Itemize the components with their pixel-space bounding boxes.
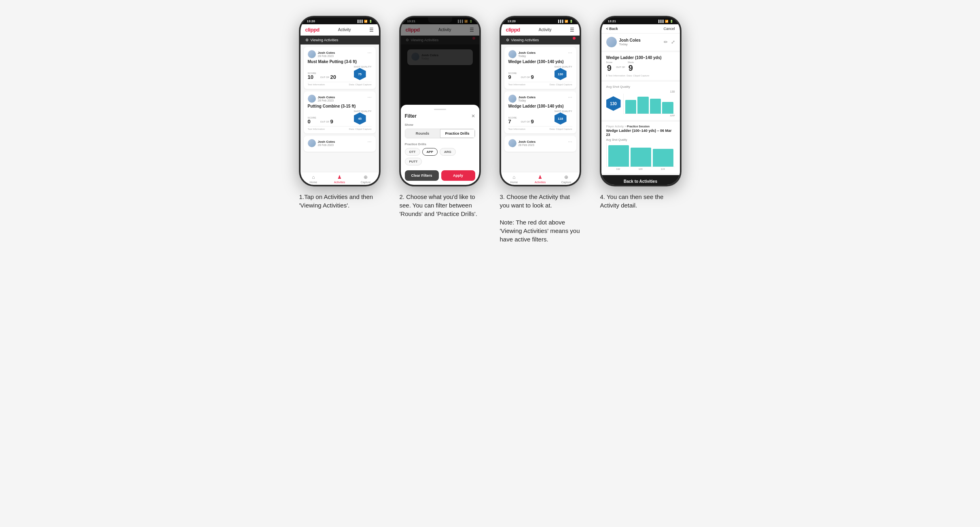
app-logo-3: clippd xyxy=(506,27,520,33)
wifi-icon-4: 📶 xyxy=(665,20,669,23)
avg-quality-section: Avg Shot Quality 130 130 APP xyxy=(601,82,680,120)
info-text1: Test Information xyxy=(608,74,626,77)
card-dots-1-2[interactable]: ··· xyxy=(367,139,371,144)
detail-user-date: Today xyxy=(619,42,641,46)
nav-activities-label-1: Activities xyxy=(334,181,345,184)
quality-badge-1-0: 75 xyxy=(354,68,366,80)
card-title-3-0: Wedge Ladder (100–140 yds) xyxy=(508,59,572,64)
detail-header: < Back Cancel xyxy=(601,24,680,34)
nav-home-label-3: Home xyxy=(510,181,518,184)
activity-card-1-0[interactable]: Josh Coles 28 Feb 2023 ··· Must Make Put… xyxy=(304,47,376,89)
detail-shots-val: 9 xyxy=(629,63,633,73)
filter-close-btn[interactable]: ✕ xyxy=(471,113,475,119)
expand-icon[interactable]: ⤢ xyxy=(671,39,675,45)
phone-content-1: Josh Coles 28 Feb 2023 ··· Must Make Put… xyxy=(301,44,379,172)
red-dot-3 xyxy=(573,37,576,40)
detail-content: Josh Coles Today ✏ ⤢ Wedge Ladder (100–1… xyxy=(601,34,680,185)
back-to-activities-btn[interactable]: Back to Activities xyxy=(601,175,680,185)
card-avatar-row-1-0: Josh Coles 28 Feb 2023 xyxy=(308,50,335,58)
edit-icon[interactable]: ✏ xyxy=(664,39,668,45)
phone-3: 13:20 ▐▐▐ 📶 🔋 clippd Activity ☰ ⚙ Viewin… xyxy=(500,16,581,186)
nav-activities-3[interactable]: ♟ Activities xyxy=(527,172,553,185)
toggle-practice-drills[interactable]: Practice Drills xyxy=(440,129,475,138)
status-icons-4: ▐▐▐ 📶 🔋 xyxy=(658,20,673,23)
card-title-1-1: Putting Combine (3-15 ft) xyxy=(308,104,372,108)
detail-score-val: 9 xyxy=(607,63,612,73)
battery-icon-4: 🔋 xyxy=(670,20,673,23)
bar-3 xyxy=(650,99,661,114)
cancel-button[interactable]: Cancel xyxy=(663,27,675,31)
practice-session-section: Player Activity > Practice Session Wedge… xyxy=(601,122,680,174)
nav-capture-1[interactable]: ⊕ Capture xyxy=(353,172,379,185)
card-footer-3-0: Test Information Data: Clippd Capture xyxy=(508,82,572,86)
pill-app[interactable]: APP xyxy=(422,148,438,156)
card-header-1-2: Josh Coles 28 Feb 2023 ··· xyxy=(308,139,372,147)
avatar-1-2 xyxy=(308,139,316,147)
nav-capture-3[interactable]: ⊕ Capture xyxy=(553,172,580,185)
card-dots-1-1[interactable]: ··· xyxy=(367,95,371,99)
nav-home-3[interactable]: ⌂ Home xyxy=(501,172,527,185)
clear-filters-btn[interactable]: Clear Filters xyxy=(405,170,439,181)
menu-icon-1[interactable]: ☰ xyxy=(369,27,374,33)
card-user-info-1-1: Josh Coles 28 Feb 2023 xyxy=(318,95,335,102)
nav-home-1[interactable]: ⌂ Home xyxy=(301,172,327,185)
pill-ott[interactable]: OTT xyxy=(405,148,420,156)
card-dots-3-0[interactable]: ··· xyxy=(568,50,572,55)
shots-val-1-0: 20 xyxy=(330,74,336,80)
pill-arg[interactable]: ARG xyxy=(440,148,456,156)
phone-2-col: 13:21 ▐▐▐ 📶 🔋 clippd Activity ☰ ⚙ Viewin… xyxy=(396,16,485,218)
apply-btn[interactable]: Apply xyxy=(441,170,475,181)
card-footer-3-1: Test Information Data: Clippd Capture xyxy=(508,126,572,130)
quality-label-1-0: Shot Quality xyxy=(354,66,372,68)
menu-icon-3[interactable]: ☰ xyxy=(570,27,574,33)
avatar-3-1 xyxy=(508,95,516,103)
hexagon-chart: 130 xyxy=(606,96,621,111)
nav-activities-label-3: Activities xyxy=(535,181,546,184)
drill-bar-2 xyxy=(631,148,651,167)
status-time-1: 13:20 xyxy=(307,19,315,23)
card-dots-3-2[interactable]: ··· xyxy=(568,139,572,144)
footer-left-3-1: Test Information xyxy=(508,128,526,130)
quality-badge-3-0: 130 xyxy=(555,68,567,80)
back-button[interactable]: < Back xyxy=(606,27,618,31)
activity-card-3-0[interactable]: Josh Coles Today ··· Wedge Ladder (100–1… xyxy=(504,47,576,89)
shots-val-3-1: 9 xyxy=(531,119,533,125)
battery-icon: 🔋 xyxy=(369,20,373,23)
filter-pill-row: OTT APP ARG PUTT xyxy=(405,148,475,165)
card-dots-3-1[interactable]: ··· xyxy=(568,95,572,99)
drill-detail-title: Wedge Ladder (100–140 yds) – 06 Mar 23 xyxy=(606,129,675,137)
filter-drag-handle[interactable] xyxy=(434,109,446,110)
card-header-3-0: Josh Coles Today ··· xyxy=(508,50,572,58)
score-val-3-0: 9 xyxy=(508,74,517,80)
outof-1-1: OUT OF 9 xyxy=(320,119,333,125)
outof-1-0: OUT OF 20 xyxy=(320,74,336,80)
pill-putt[interactable]: PUTT xyxy=(405,158,422,165)
filter-icon-3: ⚙ xyxy=(506,38,509,42)
toggle-rounds[interactable]: Rounds xyxy=(405,129,440,138)
card-dots-1-0[interactable]: ··· xyxy=(367,50,371,55)
detail-outof-label: OUT OF xyxy=(616,66,625,68)
viewing-bar-3[interactable]: ⚙ Viewing Activities xyxy=(501,36,580,44)
activity-card-3-1[interactable]: Josh Coles Today ··· Wedge Ladder (100–1… xyxy=(504,91,576,133)
signal-icon: ▐▐▐ xyxy=(357,20,363,23)
activity-card-1-1[interactable]: Josh Coles 28 Feb 2023 ··· Putting Combi… xyxy=(304,91,376,133)
bar-4 xyxy=(662,102,673,114)
detail-user-left: Josh Coles Today xyxy=(606,37,641,47)
bar-val-2: 129 xyxy=(630,168,651,170)
activity-card-3-2[interactable]: Josh Coles 28 Feb 2023 ··· xyxy=(504,136,576,152)
bar-2 xyxy=(637,97,649,114)
card-footer-1-1: Test Information Data: Clippd Capture xyxy=(308,126,372,130)
filter-icon-1: ⚙ xyxy=(305,38,309,42)
shots-val-3-0: 9 xyxy=(531,74,533,80)
card-user-info-1-2: Josh Coles 28 Feb 2023 xyxy=(318,140,335,146)
avatar-3-0 xyxy=(508,50,516,58)
avatar-1-0 xyxy=(308,50,316,58)
nav-activities-1[interactable]: ♟ Activities xyxy=(326,172,353,185)
card-header-1-0: Josh Coles 28 Feb 2023 ··· xyxy=(308,50,372,58)
score-val-1-0: 10 xyxy=(308,74,316,80)
viewing-bar-1[interactable]: ⚙ Viewing Activities xyxy=(301,36,379,44)
outof-text-3-1: OUT OF xyxy=(521,121,530,123)
activity-card-1-2[interactable]: Josh Coles 28 Feb 2023 ··· xyxy=(304,136,376,152)
footer-left-3-0: Test Information xyxy=(508,83,526,86)
status-time-4: 13:21 xyxy=(608,19,616,23)
